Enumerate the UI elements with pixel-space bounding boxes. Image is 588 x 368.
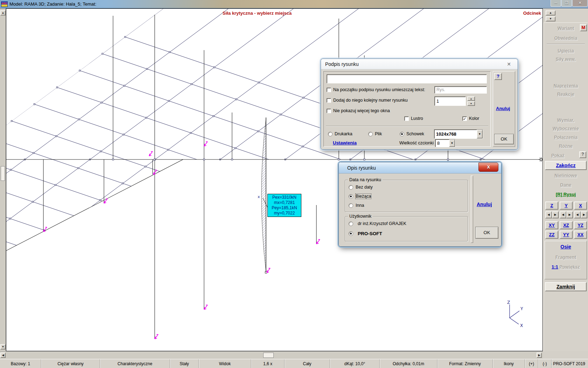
bez-daty-label[interactable]: Bez daty (356, 185, 373, 190)
biezaca-label[interactable]: Bieżąca (356, 194, 371, 199)
view-yy-button[interactable]: YY (560, 231, 573, 239)
resolution-combobox[interactable]: 1024x768 ▼ (434, 129, 483, 139)
podpis-titlebar[interactable]: Podpis rysunku ✕ (321, 59, 518, 69)
bottom-scrollbar[interactable]: ◀ ▶ (0, 351, 543, 359)
ustawienia-link[interactable]: Ustawienia (333, 140, 357, 145)
status-bazowy[interactable]: Bazowy: 1 (0, 359, 41, 368)
tooltip-line-my: my=0,7022 (268, 211, 301, 216)
segment-label: Odcinek (523, 11, 541, 16)
number-checkbox-label[interactable]: Dodaj do niego kolejny numer rysunku (333, 98, 408, 103)
number-checkbox[interactable] (327, 98, 331, 103)
inna-radio[interactable] (349, 203, 353, 208)
kolor-label[interactable]: Kolor (469, 116, 479, 121)
dont-show-checkbox-label[interactable]: Nie pokazuj więcej tego okna (333, 108, 390, 113)
vscroll-thumb[interactable] (1, 166, 5, 181)
schowek-radio[interactable] (400, 132, 404, 136)
rotate-y-right-icon[interactable]: ▶ (566, 211, 573, 218)
view-zz-button[interactable]: ZZ (545, 231, 558, 239)
view-yz-button[interactable]: YZ (574, 221, 587, 229)
scroll-down-icon[interactable]: ▼ (0, 344, 6, 349)
drukarka-radio[interactable] (328, 132, 332, 136)
status-odchylka[interactable]: Odchyłka: 0,01m (380, 359, 438, 368)
status-dkat[interactable]: dKąt: 10,0° (330, 359, 380, 368)
view-x-button[interactable]: X (574, 202, 587, 210)
scroll-up-icon[interactable]: ▲ (0, 10, 6, 15)
number-spin-up-icon[interactable]: ▲ (467, 96, 475, 101)
scroll-right-icon[interactable]: ▶ (537, 353, 542, 358)
rotate-x-right-icon[interactable]: ▶ (581, 211, 587, 218)
scroll-left-icon[interactable]: ◀ (0, 353, 6, 358)
status-minus[interactable]: (-) (538, 359, 552, 368)
lustro-checkbox[interactable] (404, 116, 409, 121)
zamknij-button[interactable]: Zamknij (545, 282, 587, 291)
dont-show-checkbox[interactable] (327, 109, 331, 113)
sidebar-item-osie[interactable]: Osie (545, 244, 587, 250)
font-size-dropdown-icon[interactable]: ▼ (449, 139, 455, 147)
opis-titlebar[interactable]: Opis rysunku (339, 162, 501, 173)
hscroll-thumb[interactable] (263, 353, 274, 358)
view-xx-button[interactable]: XX (574, 231, 587, 239)
schowek-label[interactable]: Schowek (406, 131, 424, 136)
panel-scroll-up-icon[interactable]: ▲ (546, 11, 555, 15)
sidebar-item-rysuj[interactable]: [R] Rysuj (544, 192, 588, 197)
status-format[interactable]: Format: Zmienny (438, 359, 493, 368)
sidebar-divider (547, 44, 585, 45)
inna-label[interactable]: Inna (356, 203, 364, 208)
bez-daty-radio[interactable] (349, 185, 353, 190)
number-field[interactable]: 1 (434, 96, 466, 106)
podpis-ok-button[interactable]: OK (494, 134, 514, 144)
resolution-dropdown-icon[interactable]: ▼ (477, 130, 483, 138)
opis-close-icon[interactable]: X (478, 163, 498, 172)
rotate-x-left-icon[interactable]: ◀ (574, 211, 581, 218)
user-groupbox: Użytkownik dr inż.Krzysztof GRAJEK PRO-S… (345, 216, 468, 241)
rotate-z-left-icon[interactable]: ◀ (545, 211, 552, 218)
panel-scroll-down-icon[interactable]: ▼ (546, 16, 555, 21)
status-ciezar[interactable]: Ciężar własny (41, 359, 100, 368)
scale-1-1-link[interactable]: 1:1 (552, 264, 558, 270)
status-caly[interactable]: Cały (285, 359, 330, 368)
m-button[interactable]: M (580, 24, 587, 31)
number-spin-down-icon[interactable]: ▼ (467, 101, 475, 106)
user2-radio[interactable] (349, 231, 353, 236)
user1-radio[interactable] (349, 222, 353, 226)
status-zoom[interactable]: 1,6 x (251, 359, 285, 368)
rotate-z-right-icon[interactable]: ▶ (552, 211, 559, 218)
opis-title: Opis rysunku (347, 165, 376, 171)
podpis-close-icon[interactable]: ✕ (500, 61, 518, 67)
status-widok[interactable]: Widok (199, 359, 251, 368)
caption-input[interactable] (327, 74, 487, 83)
view-z-button[interactable]: Z (545, 202, 558, 210)
view-xy-button[interactable]: XY (545, 221, 558, 229)
podpis-anuluj-link[interactable]: Anuluj (496, 106, 510, 111)
help-button[interactable]: ? (579, 151, 586, 158)
opis-anuluj-link[interactable]: Anuluj (477, 202, 492, 207)
sidebar-item-sily-wew: Siły wew. (544, 56, 588, 62)
user2-label[interactable]: PRO-SOFT (358, 231, 382, 236)
biezaca-radio[interactable] (349, 194, 353, 199)
minimize-icon[interactable]: ─ (551, 0, 561, 7)
plik-label[interactable]: Plik (375, 131, 382, 136)
maximize-icon[interactable]: ❐ (561, 0, 572, 7)
user1-label[interactable]: dr inż.Krzysztof GRAJEK (358, 221, 406, 226)
zakoncz-button[interactable]: Zakończ (545, 161, 587, 170)
status-plus[interactable]: (+) (525, 359, 538, 368)
sidebar-item-obwiednia: Obwiednia (544, 35, 588, 41)
prefix-checkbox-label[interactable]: Na początku podpisu rysunku umieszczaj t… (333, 87, 425, 92)
tooltip-line-mx: mx=0,7281 (268, 200, 301, 205)
font-size-combobox[interactable]: 8 ▼ (435, 139, 455, 147)
plik-radio[interactable] (368, 132, 373, 136)
opis-ok-button[interactable]: OK (475, 227, 498, 239)
rotate-y-left-icon[interactable]: ◀ (560, 211, 566, 218)
close-icon[interactable]: ✕ (572, 0, 588, 7)
podpis-help-button[interactable]: ? (494, 73, 502, 80)
lustro-label[interactable]: Lustro (411, 116, 423, 121)
left-scrollbar[interactable]: ▲ ▼ (0, 8, 6, 351)
status-charakterystyczne[interactable]: Charakterystyczne (100, 359, 170, 368)
status-ikony[interactable]: Ikony (493, 359, 525, 368)
view-y-button[interactable]: Y (560, 202, 573, 210)
view-xz-button[interactable]: XZ (560, 221, 573, 229)
prefix-checkbox[interactable] (327, 88, 331, 92)
drukarka-label[interactable]: Drukarka (335, 131, 352, 136)
status-staly[interactable]: Stały (170, 359, 199, 368)
kolor-checkbox[interactable]: ✓ (462, 116, 467, 121)
